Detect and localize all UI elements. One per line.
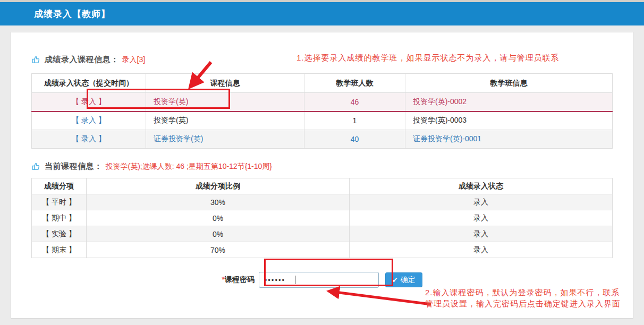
- class-count-cell: 40: [304, 130, 405, 149]
- page-header: 成绩录入【教师】: [0, 2, 644, 25]
- table-row: 【 录入 】 投资学(英) 1 投资学(英)-0003: [32, 112, 613, 130]
- entry-status-link[interactable]: 【 录入 】: [32, 112, 146, 130]
- text-cursor: [295, 276, 295, 284]
- class-count-cell: 46: [304, 93, 405, 112]
- col-header-count: 教学班人数: [304, 74, 405, 93]
- col-header-course: 课程信息: [146, 74, 304, 93]
- table-header-row: 成绩录入状态（提交时间） 课程信息 教学班人数 教学班信息: [32, 74, 613, 93]
- section-label: 成绩录入课程信息：: [45, 55, 119, 65]
- grade-item-cell: 【 实验 】: [32, 226, 87, 242]
- confirm-button[interactable]: ✔ 确定: [385, 272, 422, 287]
- password-label: *课程密码: [222, 275, 254, 285]
- col-header-entry-status: 成绩录入状态: [350, 178, 613, 194]
- table-row: 【 录入 】 证券投资学(英) 40 证券投资学(英)-0001: [32, 130, 613, 149]
- course-list-table: 成绩录入状态（提交时间） 课程信息 教学班人数 教学班信息 【 录入 】 投资学…: [31, 73, 613, 149]
- annotation-step1: 1.选择要录入成绩的教学班，如果显示状态不为录入，请与管理员联系: [296, 52, 560, 63]
- ratio-cell: 30%: [87, 194, 350, 210]
- confirm-button-label: 确定: [401, 275, 416, 285]
- entry-status-link[interactable]: 【 录入 】: [32, 93, 146, 112]
- table-row: 【 实验 】 0% 录入: [32, 226, 613, 242]
- class-info-link[interactable]: 投资学(英)-0002: [405, 93, 613, 112]
- col-header-ratio: 成绩分项比例: [87, 178, 350, 194]
- password-row: *课程密码 ✔ 确定: [31, 272, 613, 288]
- ratio-cell: 70%: [87, 242, 350, 258]
- class-count-cell: 1: [304, 112, 405, 130]
- grade-items-table: 成绩分项 成绩分项比例 成绩录入状态 【 平时 】 30% 录入 【 期中 】 …: [31, 178, 613, 258]
- entry-status-link[interactable]: 【 录入 】: [32, 130, 146, 149]
- page-title: 成绩录入【教师】: [34, 8, 111, 20]
- main-panel: 成绩录入课程信息： 录入[3] 成绩录入状态（提交时间） 课程信息 教学班人数 …: [11, 32, 633, 319]
- course-name-cell: 投资学(英): [146, 112, 304, 130]
- grade-item-cell: 【 期中 】: [32, 210, 87, 226]
- col-header-status: 成绩录入状态（提交时间）: [32, 74, 146, 93]
- annotation-step2: 2.输入课程密码，默认为登录密码，如果不行，联系 管理员设置，输入完密码后点击确…: [425, 287, 621, 309]
- thumbs-up-icon: [31, 162, 40, 171]
- current-course-info: 投资学(英);选课人数: 46 ;星期五第10-12节{1-10周}: [106, 162, 273, 172]
- ratio-cell: 0%: [87, 226, 350, 242]
- check-icon: ✔: [392, 276, 398, 284]
- class-info-cell: 投资学(英)-0003: [405, 112, 613, 130]
- grade-item-cell: 【 期末 】: [32, 242, 87, 258]
- entry-status-cell: 录入: [350, 242, 613, 258]
- entry-status-cell: 录入: [350, 194, 613, 210]
- entry-status-cell: 录入: [350, 226, 613, 242]
- table-row-selected: 【 录入 】 投资学(英) 46 投资学(英)-0002: [32, 93, 613, 112]
- table-header-row: 成绩分项 成绩分项比例 成绩录入状态: [32, 178, 613, 194]
- course-password-input[interactable]: [259, 272, 379, 288]
- course-name-link[interactable]: 投资学(英): [146, 93, 304, 112]
- grade-item-cell: 【 平时 】: [32, 194, 87, 210]
- entry-count-link[interactable]: 录入[3]: [122, 55, 146, 65]
- col-header-class-info: 教学班信息: [405, 74, 613, 93]
- entry-status-cell: 录入: [350, 210, 613, 226]
- password-label-text: 课程密码: [225, 275, 255, 284]
- current-course-section-title: 当前课程信息： 投资学(英);选课人数: 46 ;星期五第10-12节{1-10…: [31, 161, 613, 172]
- col-header-grade-item: 成绩分项: [32, 178, 87, 194]
- section-label: 当前课程信息：: [45, 161, 103, 172]
- thumbs-up-icon: [31, 55, 40, 64]
- course-name-link[interactable]: 证券投资学(英): [146, 130, 304, 149]
- ratio-cell: 0%: [87, 210, 350, 226]
- table-row: 【 期末 】 70% 录入: [32, 242, 613, 258]
- table-row: 【 期中 】 0% 录入: [32, 210, 613, 226]
- arrow-step2: [331, 292, 431, 304]
- class-info-link[interactable]: 证券投资学(英)-0001: [405, 130, 613, 149]
- table-row: 【 平时 】 30% 录入: [32, 194, 613, 210]
